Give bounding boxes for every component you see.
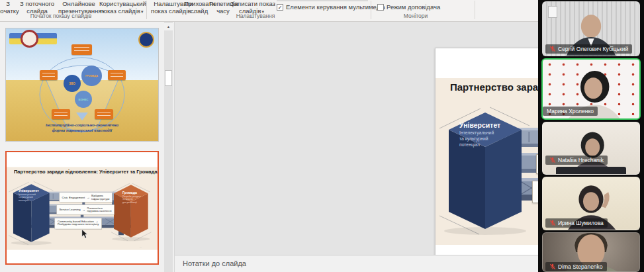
ribbon-separator	[475, 1, 475, 19]
circle-hromada: ГРОМАДА	[81, 66, 102, 86]
slide-title[interactable]: Партнерство заради відновлення: Універси…	[14, 169, 158, 174]
ai-watermark: AI	[140, 246, 142, 248]
video-tile-khrolenko-active[interactable]: Марина Хроленко	[541, 58, 641, 120]
link-box-civic-engagement: Civic Engagement → Відбудоваінфраструкту…	[60, 193, 113, 203]
thumbnail-scrollbar[interactable]: ▲	[164, 22, 173, 272]
video-tile-shumilova[interactable]: Ирина Шумилова	[542, 177, 640, 230]
ribbon-slideshow-tab: З початку З поточного слайда Онлайнове п…	[0, 0, 538, 22]
checkbox-unchecked	[377, 4, 384, 11]
muted-mic-icon	[549, 157, 556, 163]
scrollbar-thumb[interactable]	[165, 70, 172, 86]
arrow-icon: →	[87, 195, 90, 199]
clipped-checkbox-row	[277, 0, 368, 1]
orange-node-left	[40, 70, 58, 80]
laptop-decor	[556, 167, 625, 174]
group-label-setup: Налаштування	[236, 13, 275, 19]
media-controls-checkbox[interactable]: ✓ Елементи керування мультимедіа	[277, 3, 385, 11]
presenter-view-checkbox[interactable]: Режим доповідача	[377, 3, 440, 11]
orange-node-right	[108, 70, 126, 80]
participant-name-chip: Dima Stepanenko	[545, 262, 607, 271]
slide-thumbnail-2-selected[interactable]: Партнерство заради відновлення: Універси…	[5, 151, 159, 265]
scrollbar-up-arrow[interactable]: ▲	[164, 23, 173, 30]
muted-mic-icon	[549, 220, 556, 226]
mouse-cursor-icon	[81, 229, 89, 239]
video-tile-hrechanik[interactable]: Nataliia Hrechanik	[542, 122, 640, 175]
participant-name-chip: Марина Хроленко	[543, 107, 598, 116]
slide-editing-area: Партнерство заради відновлення: Універси…	[175, 22, 538, 272]
dropdown-caret-icon: ▾	[141, 9, 144, 14]
thumb1-caption: інституційно-соціально-економічна форма …	[6, 122, 158, 134]
slide-thumbnail-panel: ЗВО ГРОМАДА БІЗНЕС інституційно-соціальн…	[0, 22, 175, 272]
slide-thumbnail-1[interactable]: ЗВО ГРОМАДА БІЗНЕС інституційно-соціальн…	[5, 28, 159, 142]
circle-zvo: ЗВО	[64, 75, 81, 92]
notes-placeholder: Нотатки до слайда	[183, 259, 246, 267]
orange-node-bottom-right	[95, 109, 113, 119]
down-arrow-graphic	[76, 113, 88, 120]
custom-slideshow-button[interactable]: Користувацький показ слайдів▾	[99, 0, 144, 15]
ribbon-separator	[146, 1, 147, 19]
university-pillar-label: Університет Інтелектуальний та культурни…	[459, 121, 520, 148]
group-label-start: Початок показу слайдів	[30, 13, 92, 19]
group-label-monitors: Монітори	[404, 13, 428, 19]
link-box-service-learning: Service Learning → Психологічнапідтримка…	[57, 205, 115, 215]
muted-mic-icon	[549, 46, 556, 52]
orange-node-bottom-left	[52, 109, 70, 119]
orange-node-top	[71, 44, 92, 55]
arrow-icon: →	[82, 208, 85, 211]
circle-biznes: БІЗНЕС	[75, 91, 92, 108]
video-tile-stepanenko[interactable]: Dima Stepanenko	[542, 232, 640, 272]
participant-name-chip: Nataliia Hrechanik	[545, 156, 608, 165]
video-conference-panel: Сергій Олегович Кубіцький Марина Хроленк…	[538, 0, 644, 272]
muted-mic-icon	[549, 263, 556, 270]
slide-canvas[interactable]: Партнерство заради відновлення: Універси…	[7, 152, 158, 263]
participant-name-chip: Ирина Шумилова	[545, 218, 608, 228]
video-tile-kubitskyi[interactable]: Сергій Олегович Кубіцький	[542, 1, 640, 56]
participant-name-chip: Сергій Олегович Кубіцький	[545, 44, 632, 54]
notes-panel[interactable]: Нотатки до слайда	[175, 255, 538, 272]
university-pillar-label: Університет Інтелектуальний та культурни…	[19, 189, 49, 202]
community-pillar-label: Громада Потреби, ресурси та простір для …	[122, 191, 148, 204]
checkbox-checked: ✓	[277, 4, 283, 11]
app-window: З початку З поточного слайда Онлайнове п…	[0, 0, 644, 272]
link-box-community-education: Community-based Education → Розбудова лю…	[55, 218, 102, 229]
ribbon-separator	[371, 1, 371, 19]
thumb2-slide-preview: Партнерство заради відновлення: Універси…	[7, 152, 158, 263]
